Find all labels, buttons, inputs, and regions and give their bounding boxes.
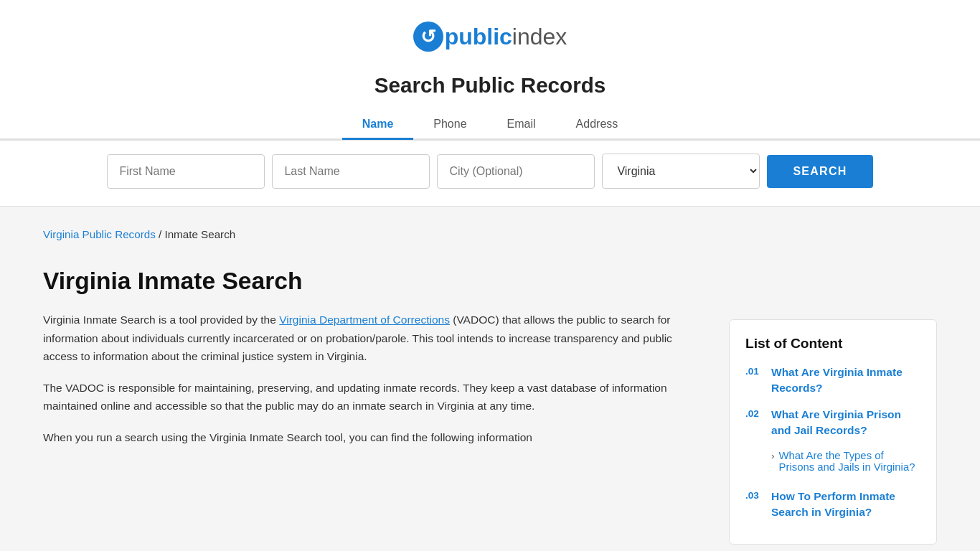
toc-sub-item-2-1: › What Are the Types of Prisons and Jail… [771,450,920,473]
logo-index-text: index [512,24,567,50]
tab-address[interactable]: Address [556,110,639,140]
breadcrumb: Virginia Public Records / Inmate Search [0,220,980,240]
toc-num-2: .02 [745,408,764,419]
breadcrumb-current: Inmate Search [164,228,235,240]
toc-item-2: .02 What Are Virginia Prison and Jail Re… [745,407,920,476]
paragraph-3: When you run a search using the Virginia… [43,428,703,447]
vadoc-link[interactable]: Virginia Department of Corrections [279,314,450,326]
table-of-contents: List of Content .01 What Are Virginia In… [729,319,937,545]
toc-sub-link-2-1[interactable]: What Are the Types of Prisons and Jails … [779,450,920,473]
last-name-input[interactable] [272,154,430,189]
search-form: Virginia Alabama Alaska Arizona Arkansas… [0,141,980,206]
first-name-input[interactable] [107,154,265,189]
site-header: publicindex Search Public Records Name P… [0,0,980,141]
logo-public-text: public [445,24,512,50]
toc-sub-2: › What Are the Types of Prisons and Jail… [771,450,920,473]
toc-link-3[interactable]: How To Perform Inmate Search in Virginia… [771,489,920,519]
logo-container: publicindex [0,14,980,66]
toc-link-1[interactable]: What Are Virginia Inmate Records? [771,364,920,395]
main-content-area: Virginia Inmate Search Virginia Inmate S… [0,240,980,551]
tab-phone[interactable]: Phone [413,110,486,140]
breadcrumb-link[interactable]: Virginia Public Records [43,228,156,240]
toc-item-3: .03 How To Perform Inmate Search in Virg… [745,489,920,519]
page-heading: Search Public Records [0,66,980,110]
article-content: Virginia Inmate Search Virginia Inmate S… [43,255,703,460]
paragraph-1: Virginia Inmate Search is a tool provide… [43,311,703,366]
sidebar: List of Content .01 What Are Virginia In… [729,255,937,545]
search-bar-section: Virginia Alabama Alaska Arizona Arkansas… [0,141,980,207]
toc-num-1: .01 [745,366,764,377]
chevron-icon: › [771,451,775,461]
search-button[interactable]: SEARCH [767,155,872,188]
tab-email[interactable]: Email [487,110,556,140]
city-input[interactable] [437,154,595,189]
site-logo[interactable]: publicindex [413,22,567,52]
toc-num-3: .03 [745,490,764,501]
toc-link-2[interactable]: What Are Virginia Prison and Jail Record… [771,407,920,438]
tab-name[interactable]: Name [342,110,414,140]
state-select[interactable]: Virginia Alabama Alaska Arizona Arkansas… [602,154,760,189]
logo-icon [413,22,443,52]
toc-item-1: .01 What Are Virginia Inmate Records? [745,364,920,395]
article-title: Virginia Inmate Search [43,268,703,295]
search-tabs: Name Phone Email Address [0,110,980,140]
toc-title: List of Content [745,336,920,352]
paragraph-2: The VADOC is responsible for maintaining… [43,379,703,415]
